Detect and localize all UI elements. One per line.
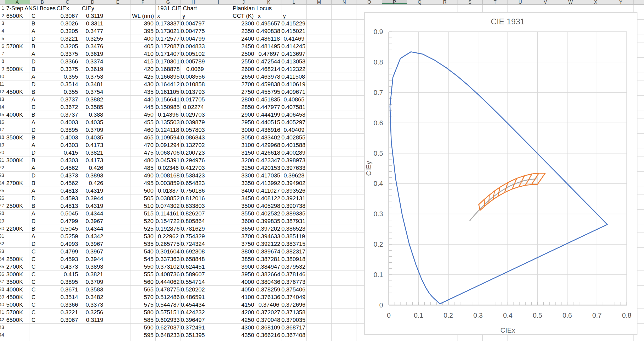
column-header-D[interactable]: D — [80, 0, 105, 4]
cell-A15[interactable]: 4000K — [5, 111, 31, 118]
cell-B28[interactable]: A — [30, 210, 57, 217]
cell-G21[interactable]: 0.045391 — [156, 156, 179, 164]
cell-L12[interactable]: 0.409671 — [281, 88, 304, 96]
cell-G34[interactable]: 0.337363 — [156, 255, 179, 263]
cell-H28[interactable]: 0.826207 — [181, 210, 204, 217]
cell-K10[interactable]: 0.463978 — [256, 73, 279, 80]
cell-L16[interactable]: 0.405297 — [281, 118, 304, 126]
cell-D4[interactable]: 0.3477 — [80, 27, 103, 35]
cell-F32[interactable]: 535 — [130, 240, 154, 248]
cell-B30[interactable]: B — [30, 225, 57, 232]
cell-C27[interactable]: 0.4813 — [55, 202, 78, 210]
cell-K34[interactable]: 0.387281 — [256, 255, 279, 263]
cell-B13[interactable]: A — [30, 96, 57, 103]
cell-G11[interactable]: 0.164412 — [156, 80, 179, 88]
cell-L2[interactable]: y — [281, 12, 308, 20]
row-header-9[interactable]: 9 — [0, 65, 5, 73]
cell-F8[interactable]: 415 — [130, 58, 154, 65]
cell-C8[interactable]: 0.3366 — [55, 58, 78, 65]
cell-L34[interactable]: 0.380918 — [281, 255, 304, 263]
cell-J17[interactable]: 3000 — [231, 126, 254, 134]
row-header-27[interactable]: 27 — [0, 202, 5, 210]
cell-A1[interactable]: 7-Step ANSI Boxes — [5, 4, 57, 12]
cell-L35[interactable]: 0.379532 — [281, 263, 304, 270]
cell-C23[interactable]: 0.4373 — [55, 172, 78, 179]
cell-L25[interactable]: 0.393526 — [281, 187, 304, 194]
cell-C4[interactable]: 0.3205 — [55, 27, 78, 35]
cell-L33[interactable]: 0.382317 — [281, 248, 304, 255]
cell-D20[interactable]: 0.3821 — [80, 149, 103, 156]
cell-K9[interactable]: 0.468214 — [256, 65, 279, 73]
cell-J35[interactable]: 3900 — [231, 263, 254, 270]
row-header-36[interactable]: 36 — [0, 270, 5, 278]
cell-H3[interactable]: 0.004797 — [181, 20, 204, 27]
row-header-37[interactable]: 37 — [0, 278, 5, 286]
cell-D38[interactable]: 0.3583 — [80, 286, 103, 293]
cell-J2[interactable]: CCT (K) — [231, 12, 258, 20]
row-header-17[interactable]: 17 — [0, 126, 5, 134]
cell-H9[interactable]: 0.0069 — [181, 65, 204, 73]
cell-L6[interactable]: 0.414245 — [281, 42, 304, 50]
cell-F41[interactable]: 580 — [130, 308, 154, 316]
cell-A35[interactable]: 2700K — [5, 263, 31, 270]
row-header-45[interactable]: 45 — [0, 339, 5, 341]
cell-K13[interactable]: 0.451835 — [256, 96, 279, 103]
row-header-21[interactable]: 21 — [0, 156, 5, 164]
cell-L13[interactable]: 0.40865 — [281, 96, 304, 103]
cell-L18[interactable]: 0.402855 — [281, 134, 304, 141]
cell-B27[interactable]: B — [30, 202, 57, 210]
cell-L24[interactable]: 0.394902 — [281, 179, 304, 187]
cell-B23[interactable]: D — [30, 172, 57, 179]
cell-H31[interactable]: 0.754329 — [181, 232, 204, 240]
cell-G44[interactable]: 0.648233 — [156, 331, 179, 339]
cell-D25[interactable]: 0.4319 — [80, 187, 103, 194]
cell-K27[interactable]: 0.405298 — [256, 202, 279, 210]
row-header-22[interactable]: 22 — [0, 164, 5, 172]
cell-B41[interactable]: C — [30, 308, 57, 316]
cell-A24[interactable]: 2700K — [5, 179, 31, 187]
cell-F36[interactable]: 555 — [130, 270, 154, 278]
cell-L17[interactable]: 0.40409 — [281, 126, 304, 134]
cell-K35[interactable]: 0.384947 — [256, 263, 279, 270]
row-header-31[interactable]: 31 — [0, 232, 5, 240]
cell-J6[interactable]: 2450 — [231, 42, 254, 50]
row-header-41[interactable]: 41 — [0, 308, 5, 316]
cell-J32[interactable]: 3750 — [231, 240, 254, 248]
cell-F25[interactable]: 500 — [130, 187, 154, 194]
cell-G40[interactable]: 0.544787 — [156, 301, 179, 308]
cell-C40[interactable]: 0.3366 — [55, 301, 78, 308]
cell-H17[interactable]: 0.057803 — [181, 126, 204, 134]
x-axis-title[interactable]: CIEx — [500, 326, 515, 334]
cell-B6[interactable]: B — [30, 42, 57, 50]
cell-L22[interactable]: 0.397633 — [281, 164, 304, 172]
cell-B5[interactable]: D — [30, 35, 57, 42]
cell-C12[interactable]: 0.355 — [55, 88, 78, 96]
cell-K29[interactable]: 0.399835 — [256, 217, 279, 225]
column-header-E[interactable]: E — [105, 0, 130, 4]
cell-H43[interactable]: 0.372491 — [181, 324, 204, 331]
cell-K6[interactable]: 0.481495 — [256, 42, 279, 50]
cell-F22[interactable]: 485 — [130, 164, 154, 172]
cell-C21[interactable]: 0.4303 — [55, 156, 78, 164]
cell-C1[interactable]: CIEx — [55, 4, 82, 12]
cell-J10[interactable]: 2650 — [231, 73, 254, 80]
cell-B15[interactable]: B — [30, 111, 57, 118]
cell-F18[interactable]: 465 — [130, 134, 154, 141]
cell-H20[interactable]: 0.200723 — [181, 149, 204, 156]
cell-C2[interactable]: 0.3067 — [55, 12, 78, 20]
column-header-F[interactable]: F — [130, 0, 156, 4]
cell-H35[interactable]: 0.624451 — [181, 263, 204, 270]
column-header-G[interactable]: G — [156, 0, 181, 4]
cell-D21[interactable]: 0.4173 — [80, 156, 103, 164]
cell-F6[interactable]: 405 — [130, 42, 154, 50]
cell-K24[interactable]: 0.413992 — [256, 179, 279, 187]
row-header-10[interactable]: 10 — [0, 73, 5, 80]
cell-D19[interactable]: 0.4173 — [80, 141, 103, 149]
cell-L38[interactable]: 0.375406 — [281, 286, 304, 293]
cell-K30[interactable]: 0.397202 — [256, 225, 279, 232]
column-header-I[interactable]: I — [206, 0, 231, 4]
cell-H41[interactable]: 0.424232 — [181, 308, 204, 316]
cell-J1[interactable]: Plankian Locus — [231, 4, 283, 12]
cell-G37[interactable]: 0.444062 — [156, 278, 179, 286]
cell-F2[interactable]: WL (nm) — [130, 12, 157, 20]
